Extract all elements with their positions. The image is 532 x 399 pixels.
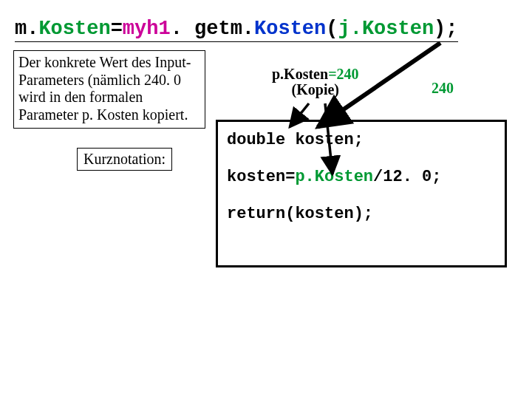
code-frag: p.Kosten [295,168,373,186]
code-frag: myh1 [123,18,171,40]
code-frag: ); [434,18,457,40]
pkosten-lhs: p.Kosten [272,66,328,82]
pkosten-eq: = [328,66,336,82]
code-frag: Kosten [254,18,326,40]
code-frag: kosten= [227,168,295,186]
kurznotation-label: Kurznotation: [83,151,166,167]
pkosten-copy-label: p.Kosten=240 (Kopie) [272,66,359,98]
code-frag: . getm. [171,18,254,40]
description-box: Der konkrete Wert des Input-Parameters (… [13,50,205,129]
code-line-1: double kosten; [227,131,496,150]
code-frag: Kosten [38,18,110,40]
code-frag: m. [15,18,38,40]
description-text: Der konkrete Wert des Input-Parameters (… [18,54,191,123]
pkosten-sub: (Kopie) [292,81,339,98]
kurznotation-box: Kurznotation: [77,148,172,171]
method-body-box: double kosten; kosten=p.Kosten/12. 0; re… [216,120,507,267]
main-code-line: m.Kosten=myh1. getm.Kosten(j.Kosten); [15,18,458,42]
code-line-2: kosten=p.Kosten/12. 0; [227,168,496,187]
code-line-3: return(kosten); [227,205,496,224]
code-frag: j.Kosten [338,18,434,40]
code-frag: /12. 0; [373,168,441,186]
code-frag: = [111,18,123,40]
code-frag: ( [326,18,338,40]
pkosten-rhs: 240 [337,66,359,82]
value-240-label: 240 [432,80,454,97]
